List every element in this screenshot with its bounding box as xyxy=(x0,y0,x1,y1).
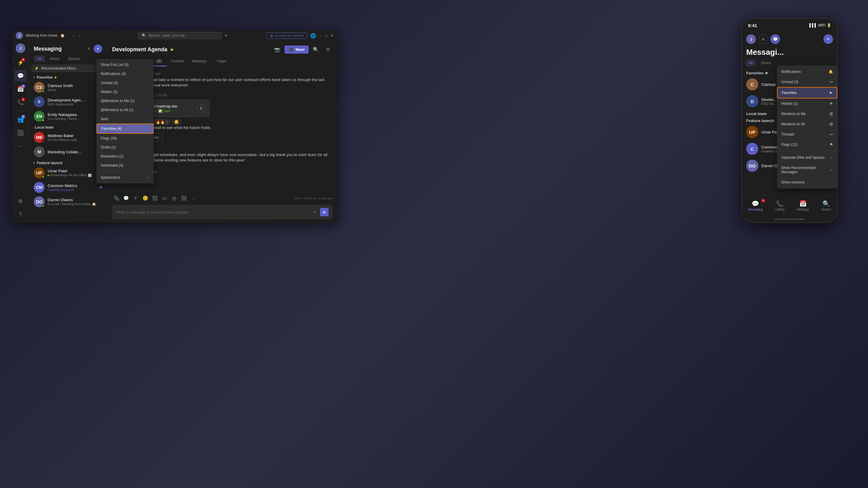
header-actions: 📷 🎥 Meet 🔍 ⚙ xyxy=(273,44,333,54)
mobile-dd-mentions-me[interactable]: Mentions to Me @ xyxy=(777,109,837,119)
rail-user-avatar[interactable]: J xyxy=(16,43,25,53)
mobile-nav-search[interactable]: 🔍 Search xyxy=(819,199,834,213)
tab-all[interactable]: All xyxy=(34,56,45,62)
rail-settings[interactable]: ⚙ xyxy=(14,195,27,207)
attach-icon[interactable]: 📎 xyxy=(112,194,121,202)
clarissa-name: Clarissa Smith xyxy=(48,84,102,88)
dev-agenda-preview: ENG Deployment xyxy=(48,102,102,106)
schedule-icon[interactable]: ⬛ xyxy=(180,194,188,202)
minimize-button[interactable]: − xyxy=(319,33,321,38)
mobile-list-icon-button[interactable]: ≡ xyxy=(758,34,768,44)
text-format-icon[interactable]: T xyxy=(131,194,140,202)
search-messages-button[interactable]: 🔍 xyxy=(311,44,321,54)
mobile-dd-separate-dms[interactable]: Separate DMs and Spaces ✓ xyxy=(777,153,837,163)
dropdown-mentions-me[interactable]: @Mentions to Me (1) xyxy=(96,96,154,105)
mobile-dd-hidden[interactable]: Hidden (1) 👁 xyxy=(777,98,837,109)
mobile-tab-all[interactable]: All xyxy=(745,59,756,67)
dropdown-favorites[interactable]: Favorites (4) xyxy=(96,124,154,134)
rail-calendar[interactable]: 📅 1 xyxy=(14,83,27,95)
chat-star-button[interactable]: ★ xyxy=(170,47,174,53)
mobile-dd-show-sections[interactable]: Show sections xyxy=(777,177,837,187)
mobile-new-chat-button[interactable]: + xyxy=(824,34,833,44)
download-button[interactable]: ⬇ xyxy=(197,104,205,113)
mobile-dd-notifications[interactable]: Notifications 🔔 xyxy=(777,67,837,77)
close-button[interactable]: ✕ xyxy=(330,33,334,38)
more-options-icon[interactable]: ··· xyxy=(189,194,198,202)
message-input-box[interactable]: Write a message to Development Agenda ▾ … xyxy=(112,205,333,219)
mobile-chat-icon-button[interactable]: 💬 xyxy=(770,34,780,44)
back-arrow[interactable]: ‹ xyxy=(71,33,76,38)
send-dropdown-button[interactable]: ▾ xyxy=(310,208,319,216)
rail-chat[interactable]: 💬 xyxy=(14,70,27,82)
dropdown-appearance[interactable]: Appearance xyxy=(96,173,154,182)
tab-content[interactable]: Content xyxy=(167,57,188,66)
rail-help[interactable]: ? xyxy=(14,208,27,221)
chat-item-clarissa[interactable]: CS Clarissa Smith Active xyxy=(30,80,106,95)
user-avatar[interactable]: J xyxy=(16,32,23,39)
local-team-section-header[interactable]: › Local team xyxy=(29,124,107,130)
mobile-nav-calling[interactable]: 📞 Calling xyxy=(773,199,787,213)
dropdown-reminders[interactable]: Reminders (2) xyxy=(96,152,154,161)
dropdown-sent[interactable]: Sent xyxy=(96,115,154,124)
video-button[interactable]: 📷 xyxy=(273,44,282,54)
giphy-icon[interactable]: ⬛ xyxy=(151,194,159,202)
send-button[interactable]: ➤ xyxy=(320,208,329,216)
mobile-user-avatar[interactable]: J xyxy=(746,34,756,44)
rail-people[interactable]: 👥 1 xyxy=(14,113,27,126)
dropdown-drafts[interactable]: Drafts (3) xyxy=(96,143,154,152)
dropdown-notifications[interactable]: Notifications (4) xyxy=(96,69,154,78)
dropdown-scheduled[interactable]: Scheduled (4) xyxy=(96,161,154,170)
chat-item-darren[interactable]: DO Darren Owens In a call • Working from… xyxy=(30,195,106,209)
tab-spaces[interactable]: Spaces xyxy=(64,56,84,62)
recommended-messages-bar[interactable]: ⚡ Recommended Mess... xyxy=(31,64,104,72)
dropdown-mentions-all[interactable]: @Mentions to All (1) xyxy=(96,105,154,115)
mobile-dd-unread[interactable]: Unread (3) ↩ xyxy=(777,77,837,87)
rail-calls[interactable]: 📞 1 xyxy=(14,96,27,108)
emoji-icon[interactable]: 😊 xyxy=(141,194,150,202)
forward-arrow[interactable]: › xyxy=(77,33,82,38)
dropdown-menu: Show Full List (9) Notifications (4) Unr… xyxy=(96,59,154,184)
dropdown-hidden[interactable]: Hidden (5) xyxy=(96,87,154,96)
add-button[interactable]: + xyxy=(224,33,228,39)
favorites-section-header[interactable]: ▼ Favorites ★ xyxy=(29,73,107,80)
reaction-smile[interactable]: 😊 xyxy=(172,119,181,125)
rail-activity[interactable]: ⚡ 5 xyxy=(14,57,27,69)
chat-item-emily[interactable]: EN Emily Nakagawa In a meeting • Work... xyxy=(30,109,106,124)
chat-item-dev-agenda[interactable]: D Development Agen... ENG Deployment xyxy=(30,95,106,109)
mobile-nav-meetings[interactable]: 📅 Meetings xyxy=(795,199,812,213)
settings-button[interactable]: ⚙ xyxy=(323,44,333,54)
search-bar[interactable]: 🔍 Search, meet, and call xyxy=(138,32,222,39)
connect-device-button[interactable]: 🖥 Connect to a device xyxy=(266,33,307,39)
maximize-button[interactable]: □ xyxy=(325,33,327,38)
filter-icon[interactable]: ≡ xyxy=(86,45,91,53)
dropdown-flags[interactable]: Flags (34) xyxy=(96,134,154,143)
darren-info: Darren Owens In a call • Working from ho… xyxy=(48,198,102,206)
chat-item-umar[interactable]: UP Umar Patel ▶Presenting • At the offic… xyxy=(30,166,106,180)
tab-direct[interactable]: Direct xyxy=(46,56,63,62)
tab-meetings[interactable]: Meetings xyxy=(188,57,211,66)
mobile-dd-show-recommended[interactable]: Show Recommended Messages ✓ xyxy=(777,163,837,177)
feature-launch-section-header[interactable]: ▼ Feature launch xyxy=(29,159,107,166)
mention-icon[interactable]: @ xyxy=(170,194,179,202)
meet-button[interactable]: 🎥 Meet xyxy=(284,45,309,54)
new-chat-button[interactable]: + xyxy=(94,44,102,53)
chat-item-marketing[interactable]: M Marketing Collate... xyxy=(30,144,106,159)
mobile-dd-threads[interactable]: Threads ↩ xyxy=(777,129,837,139)
chat-bubble-icon[interactable]: 💬 xyxy=(122,194,130,202)
dropdown-show-full-list[interactable]: Show Full List (9) xyxy=(96,60,154,69)
nav-arrows: ‹ › xyxy=(71,33,82,38)
dropdown-unread[interactable]: Unread (4) xyxy=(96,78,154,87)
rail-apps[interactable]: ⬛ xyxy=(14,127,27,139)
mobile-nav-messaging[interactable]: 💬 Messaging 6 xyxy=(746,199,765,213)
mobile-dd-flags[interactable]: Flags (12) ⚑ xyxy=(777,139,837,150)
reaction-fire[interactable]: 🔥🔥3 xyxy=(153,119,170,125)
rail-more[interactable]: ··· xyxy=(14,140,27,152)
emily-info: Emily Nakagawa In a meeting • Work... xyxy=(48,112,102,121)
tab-apps[interactable]: + Apps xyxy=(211,57,230,66)
mobile-dd-mentions-all[interactable]: Mentions to All @ xyxy=(777,119,837,129)
chat-item-common-metrics[interactable]: CM Common Metrics Usability research xyxy=(30,180,106,195)
sticker-icon[interactable]: 🏷 xyxy=(160,194,169,202)
mobile-dd-favorites[interactable]: Favorites ★ xyxy=(777,87,837,98)
chat-item-matthew[interactable]: MB Matthew Baker Do Not Disturb until... xyxy=(30,130,106,144)
mobile-tab-direct[interactable]: Direct xyxy=(757,59,774,67)
